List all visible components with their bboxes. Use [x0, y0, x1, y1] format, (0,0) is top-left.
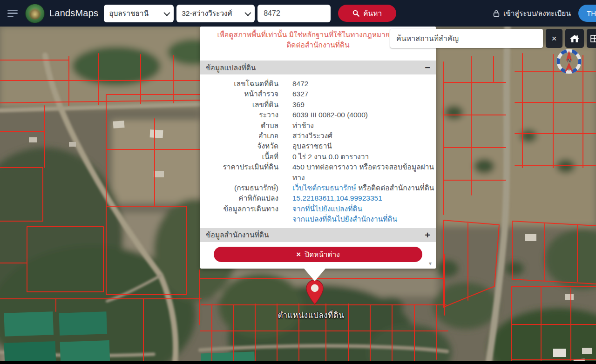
field-value: 6327	[292, 89, 308, 99]
field-text: 6327	[292, 90, 308, 98]
map-pin-icon	[305, 279, 325, 306]
department-of-lands-logo	[25, 4, 45, 23]
parcel-fields: เลขโฉนดที่ดิน8472หน้าสำรวจ6327เลขที่ดิน3…	[200, 79, 436, 225]
popup-pointer	[304, 269, 325, 281]
close-icon: ×	[296, 250, 301, 258]
login-label: เข้าสู่ระบบ/ลงทะเบียน	[503, 7, 571, 19]
field-row: เนื้อที่0 ไร่ 2 งาน 0.0 ตารางวา	[200, 152, 436, 162]
field-row: จังหวัดอุบลราชธานี	[200, 141, 436, 151]
field-label: อำเภอ	[200, 131, 278, 141]
field-label: เลขที่ดิน	[200, 100, 278, 110]
province-select-value: อุบลราชธานี	[109, 7, 149, 19]
login-link[interactable]: เข้าสู่ระบบ/ลงทะเบียน	[493, 7, 571, 19]
field-row: ข้อมูลการเดินทางจากที่นี่ไปยังแปลงที่ดิน	[200, 204, 436, 214]
place-search-box	[390, 29, 543, 48]
navbar-right: เข้าสู่ระบบ/ลงทะเบียน TH	[493, 5, 596, 22]
parcel-section-title: ข้อมูลแปลงที่ดิน	[206, 62, 256, 74]
language-button[interactable]: TH	[578, 5, 596, 22]
field-label: เนื้อที่	[200, 152, 278, 162]
field-text: 369	[292, 101, 305, 108]
field-row: ระวาง6039 III 0082-00 (4000)	[200, 110, 436, 120]
field-row: ค่าพิกัดแปลง15.22183611,104.99923351	[200, 193, 436, 203]
field-link[interactable]: จากแปลงที่ดินไปยังสำนักงานที่ดิน	[292, 215, 397, 223]
lock-icon	[493, 10, 500, 17]
field-label: จังหวัด	[200, 141, 278, 151]
close-icon: ×	[551, 34, 556, 44]
field-text: สว่างวีระวงศ์	[292, 132, 332, 140]
field-text: 8472	[292, 80, 308, 88]
chevron-down-icon	[164, 9, 170, 16]
close-search-button[interactable]: ×	[546, 29, 562, 48]
field-value: 0 ไร่ 2 งาน 0.0 ตารางวา	[292, 152, 369, 162]
pin-label: ตำแหน่งแปลงที่ดิน	[255, 309, 367, 321]
field-value: เว็บไซต์กรมธนารักษ์ หรือติดต่อสำนักงานที…	[292, 183, 434, 193]
place-search-input[interactable]	[395, 34, 538, 43]
field-link[interactable]: 15.22183611,104.99923351	[292, 194, 382, 202]
field-value: สว่างวีระวงศ์	[292, 131, 332, 141]
basemap-grid-button[interactable]	[587, 29, 596, 48]
compass-rose[interactable]: N	[555, 48, 582, 75]
field-text: หรือติดต่อสำนักงานที่ดิน	[356, 184, 434, 192]
field-value: 369	[292, 100, 305, 110]
navbar: LandsMaps อุบลราชธานี 32-สว่างวีระวงศ์ ค…	[0, 0, 596, 27]
scroll-down-icon: ▾	[429, 260, 432, 267]
home-button[interactable]	[565, 29, 584, 48]
close-window-button[interactable]: × ปิดหน้าต่าง	[214, 247, 422, 262]
field-label: ข้อมูลการเดินทาง	[200, 204, 278, 214]
parcel-location-pin[interactable]	[305, 279, 325, 308]
district-select[interactable]: 32-สว่างวีระวงศ์	[176, 5, 255, 22]
search-button[interactable]: ค้นหา	[338, 5, 396, 22]
parcel-section-header[interactable]: ข้อมูลแปลงที่ดิน −	[200, 61, 436, 74]
field-label: ค่าพิกัดแปลง	[200, 193, 278, 203]
chevron-down-icon	[245, 9, 251, 16]
collapse-icon[interactable]: −	[425, 63, 430, 72]
expand-icon[interactable]: +	[425, 230, 430, 240]
parcel-info-popup: เพื่อดูสภาพพื้นที่เท่านั้น มิใช่หลักฐานท…	[200, 27, 436, 269]
field-value: 8472	[292, 79, 308, 89]
field-value: อุบลราชธานี	[292, 141, 332, 151]
field-row: (กรมธนารักษ์)เว็บไซต์กรมธนารักษ์ หรือติด…	[200, 183, 436, 193]
field-row: เลขโฉนดที่ดิน8472	[200, 79, 436, 89]
field-label: ราคาประเมินที่ดิน	[200, 162, 278, 183]
field-label: (กรมธนารักษ์)	[200, 183, 278, 193]
parcel-number-input[interactable]	[257, 5, 331, 22]
field-text: ท่าช้าง	[292, 121, 314, 129]
close-window-label: ปิดหน้าต่าง	[305, 249, 340, 260]
field-value: จากแปลงที่ดินไปยังสำนักงานที่ดิน	[292, 214, 397, 224]
field-label: ระวาง	[200, 110, 278, 120]
search-button-label: ค้นหา	[363, 7, 382, 19]
field-value: 450 บาทต่อตารางวา หรือตรวจสอบข้อมูลผ่านท…	[292, 162, 436, 183]
field-row: ตำบลท่าช้าง	[200, 121, 436, 131]
search-icon	[352, 10, 359, 17]
app-title: LandsMaps	[49, 8, 98, 19]
field-text: 0 ไร่ 2 งาน 0.0 ตารางวา	[292, 153, 369, 161]
field-label: หน้าสำรวจ	[200, 89, 278, 99]
province-select[interactable]: อุบลราชธานี	[104, 5, 174, 22]
field-text: 450 บาทต่อตารางวา หรือตรวจสอบข้อมูลผ่านท…	[292, 163, 434, 181]
field-value: 6039 III 0082-00 (4000)	[292, 110, 368, 120]
office-section-title: ข้อมูลสำนักงานที่ดิน	[206, 229, 269, 241]
field-row: เลขที่ดิน369	[200, 100, 436, 110]
field-label	[200, 214, 278, 224]
field-value: ท่าช้าง	[292, 121, 314, 131]
field-row: ราคาประเมินที่ดิน450 บาทต่อตารางวา หรือต…	[200, 162, 436, 183]
field-label: เลขโฉนดที่ดิน	[200, 79, 278, 89]
compass-north-label: N	[567, 58, 571, 63]
home-icon	[569, 34, 580, 43]
district-select-value: 32-สว่างวีระวงศ์	[182, 7, 232, 19]
field-link[interactable]: เว็บไซต์กรมธนารักษ์	[292, 184, 356, 192]
field-row: อำเภอสว่างวีระวงศ์	[200, 131, 436, 141]
field-link[interactable]: จากที่นี่ไปยังแปลงที่ดิน	[292, 205, 362, 213]
menu-icon[interactable]	[7, 10, 19, 17]
field-value: จากที่นี่ไปยังแปลงที่ดิน	[292, 204, 362, 214]
office-section-header[interactable]: ข้อมูลสำนักงานที่ดิน +	[200, 228, 436, 242]
field-text: อุบลราชธานี	[292, 142, 332, 150]
field-row: จากแปลงที่ดินไปยังสำนักงานที่ดิน	[200, 214, 436, 224]
field-text: 6039 III 0082-00 (4000)	[292, 111, 368, 119]
field-label: ตำบล	[200, 121, 278, 131]
grid-icon	[590, 34, 596, 43]
map-canvas[interactable]: × N เพื่อดูสภาพพื้นที่เท่านั้น มิใช่หลัก…	[0, 27, 596, 361]
field-row: หน้าสำรวจ6327	[200, 89, 436, 99]
field-value: 15.22183611,104.99923351	[292, 193, 382, 203]
